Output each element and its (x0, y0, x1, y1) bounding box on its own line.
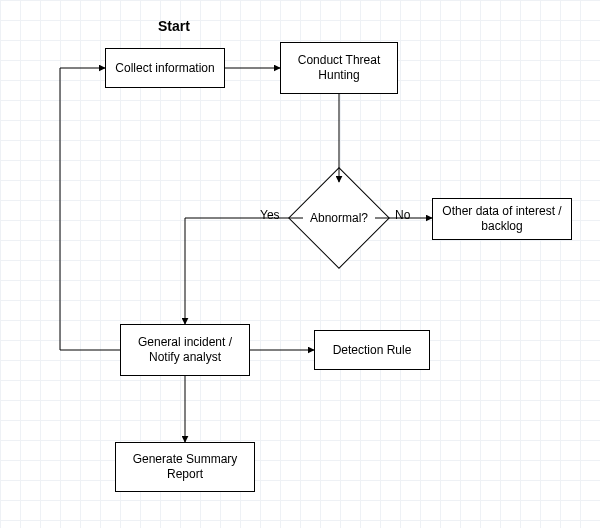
edges-layer (0, 0, 600, 528)
flowchart-canvas: Start Collect information Conduct Threat… (0, 0, 600, 528)
edge-incident-loop-to-collect (60, 68, 120, 350)
edge-abnormal-yes-to-incident (185, 218, 303, 324)
